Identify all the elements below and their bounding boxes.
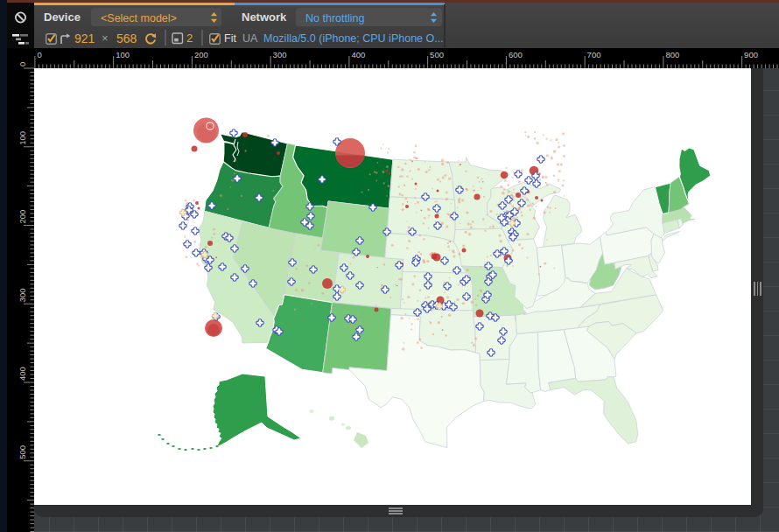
- svg-text:200: 200: [18, 210, 27, 224]
- svg-text:500: 500: [18, 445, 27, 459]
- svg-text:200: 200: [194, 50, 208, 60]
- svg-text:500: 500: [430, 50, 444, 60]
- svg-text:0: 0: [37, 50, 41, 60]
- svg-text:600: 600: [509, 50, 523, 60]
- svg-text:400: 400: [18, 367, 27, 381]
- svg-text:300: 300: [18, 288, 27, 302]
- svg-text:100: 100: [116, 50, 130, 60]
- svg-text:300: 300: [273, 50, 287, 60]
- svg-text:800: 800: [665, 50, 679, 60]
- svg-text:400: 400: [351, 50, 365, 60]
- svg-text:900: 900: [744, 50, 758, 60]
- svg-text:100: 100: [18, 131, 27, 145]
- svg-text:0: 0: [18, 62, 27, 66]
- svg-text:700: 700: [587, 50, 601, 60]
